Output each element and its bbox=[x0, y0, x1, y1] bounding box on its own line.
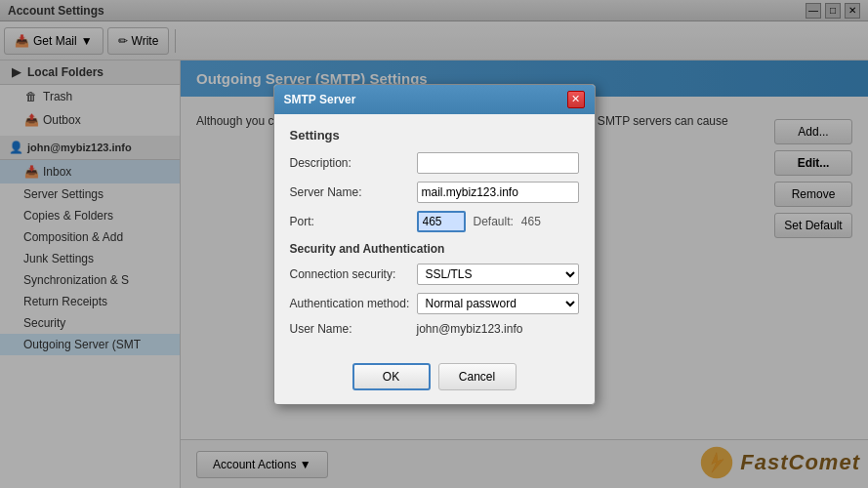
dialog-footer: OK Cancel bbox=[274, 355, 595, 404]
username-value: john@mybiz123.info bbox=[417, 322, 579, 336]
port-controls: Default: 465 bbox=[417, 211, 541, 232]
dialog-overlay: SMTP Server ✕ Settings Description: Serv… bbox=[0, 0, 868, 488]
port-input[interactable] bbox=[417, 211, 466, 232]
dialog-body: Settings Description: Server Name: Port:… bbox=[274, 114, 595, 355]
default-value: 465 bbox=[521, 215, 541, 228]
dialog-title-bar: SMTP Server ✕ bbox=[274, 85, 595, 114]
connection-row: Connection security: SSL/TLS bbox=[290, 264, 579, 285]
description-row: Description: bbox=[290, 152, 579, 174]
cancel-button[interactable]: Cancel bbox=[438, 363, 517, 390]
server-name-input[interactable] bbox=[417, 182, 579, 203]
default-label: Default: bbox=[474, 215, 514, 228]
smtp-dialog: SMTP Server ✕ Settings Description: Serv… bbox=[273, 84, 596, 405]
dialog-close-button[interactable]: ✕ bbox=[567, 91, 585, 108]
dialog-section-title: Settings bbox=[290, 128, 579, 142]
auth-row: Authentication method: Normal password bbox=[290, 293, 579, 314]
dialog-title: SMTP Server bbox=[284, 93, 356, 106]
username-label: User Name: bbox=[290, 322, 417, 336]
auth-select[interactable]: Normal password bbox=[417, 293, 579, 314]
port-row: Port: Default: 465 bbox=[290, 211, 579, 232]
server-name-label: Server Name: bbox=[290, 185, 417, 199]
description-input[interactable] bbox=[417, 152, 579, 174]
ok-button[interactable]: OK bbox=[352, 363, 431, 390]
description-label: Description: bbox=[290, 156, 417, 170]
port-label: Port: bbox=[290, 215, 417, 228]
auth-label: Authentication method: bbox=[290, 297, 417, 310]
server-name-row: Server Name: bbox=[290, 182, 579, 203]
connection-label: Connection security: bbox=[290, 267, 417, 281]
security-section-title: Security and Authentication bbox=[290, 242, 579, 256]
username-row: User Name: john@mybiz123.info bbox=[290, 322, 579, 336]
connection-select[interactable]: SSL/TLS bbox=[417, 264, 579, 285]
